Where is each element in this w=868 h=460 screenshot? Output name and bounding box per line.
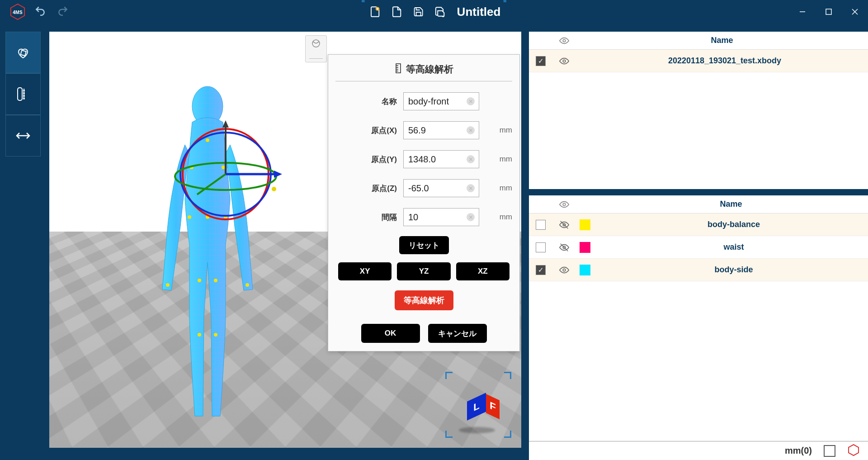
svg-point-38 <box>272 187 276 191</box>
cube-face-front[interactable]: F <box>486 394 500 419</box>
new-doc-icon[interactable] <box>368 4 383 19</box>
clear-icon[interactable]: ✕ <box>467 126 475 134</box>
plane-xy-button[interactable]: XY <box>338 262 392 280</box>
svg-rect-7 <box>21 50 26 56</box>
eye-header-icon <box>552 36 576 46</box>
tool-arrows[interactable] <box>5 115 41 156</box>
svg-line-37 <box>197 174 226 194</box>
eye-header-icon <box>552 199 576 209</box>
nav-cube[interactable]: L F <box>449 375 508 434</box>
plane-xz-button[interactable]: XZ <box>456 262 509 280</box>
checkbox[interactable] <box>536 56 546 66</box>
clear-icon[interactable]: ✕ <box>467 155 475 163</box>
color-swatch <box>580 219 590 230</box>
visibility-toggle[interactable] <box>552 56 576 66</box>
svg-point-44 <box>563 39 566 42</box>
cube-face-left[interactable]: L <box>467 393 486 421</box>
clear-icon[interactable]: ✕ <box>467 97 475 105</box>
label-origin-y: 原点(Y) <box>335 154 403 165</box>
body-list-panel: Name 20220118_193021_test.xbody <box>529 32 868 189</box>
list-item[interactable]: waist <box>529 236 868 259</box>
list-item[interactable]: body-balance <box>529 213 868 236</box>
svg-point-24 <box>198 279 201 282</box>
checkbox[interactable] <box>536 242 546 252</box>
checkbox[interactable] <box>536 265 546 275</box>
plane-yz-button[interactable]: YZ <box>397 262 450 280</box>
left-toolbar <box>5 32 41 156</box>
svg-point-27 <box>214 333 217 337</box>
svg-point-45 <box>563 60 566 62</box>
label-interval: 間隔 <box>335 212 403 223</box>
item-name: body-balance <box>594 220 868 229</box>
item-name: body-side <box>594 265 868 275</box>
svg-point-51 <box>563 269 566 271</box>
app-logo: 4MS <box>9 3 26 20</box>
clear-icon[interactable]: ✕ <box>467 184 475 192</box>
svg-rect-39 <box>396 64 401 73</box>
svg-point-26 <box>198 333 201 337</box>
svg-point-46 <box>563 203 566 206</box>
svg-marker-36 <box>274 171 282 178</box>
label-origin-z: 原点(Z) <box>335 183 403 194</box>
ok-button[interactable]: OK <box>361 324 420 343</box>
name-header: Name <box>594 199 868 209</box>
tool-heart-cube[interactable] <box>5 32 41 73</box>
analyse-button[interactable]: 等高線解析 <box>395 290 453 310</box>
unit-label: mm <box>500 213 512 222</box>
checkbox[interactable] <box>536 220 546 230</box>
viewport-toggle[interactable] <box>305 35 327 62</box>
visibility-toggle[interactable] <box>552 220 576 230</box>
svg-point-29 <box>245 283 249 287</box>
open-doc-icon[interactable] <box>389 4 405 19</box>
document-title: Untitled <box>457 5 501 19</box>
unit-label: mm <box>500 184 512 193</box>
contour-list-panel: Name body-balancewaistbody-side ランドマーク計測… <box>529 194 868 460</box>
ruler-icon <box>394 63 402 75</box>
maximize-button[interactable] <box>816 3 842 21</box>
svg-point-28 <box>166 283 170 287</box>
unit-label: mm <box>500 155 512 164</box>
color-swatch <box>580 265 590 275</box>
save-as-icon[interactable] <box>433 4 448 19</box>
list-item[interactable]: 20220118_193021_test.xbody <box>529 50 868 72</box>
reset-button[interactable]: リセット <box>399 236 449 254</box>
status-hex-icon[interactable] <box>847 444 860 458</box>
clear-icon[interactable]: ✕ <box>467 213 475 221</box>
label-origin-x: 原点(X) <box>335 125 403 136</box>
svg-rect-4 <box>826 9 831 14</box>
rotation-gizmo[interactable] <box>169 118 282 231</box>
list-item[interactable]: body-side <box>529 259 868 281</box>
item-name: 20220118_193021_test.xbody <box>576 56 868 66</box>
title-bar: 4MS Untitled <box>0 0 868 24</box>
svg-rect-8 <box>18 88 22 100</box>
contour-analysis-dialog: 等高線解析 名称 ✕ 原点(X) ✕ mm 原点(Y) ✕ mm 原点(Z) ✕… <box>328 54 520 351</box>
svg-marker-34 <box>222 120 229 128</box>
close-button[interactable] <box>842 3 868 21</box>
label-name: 名称 <box>335 96 403 107</box>
undo-icon[interactable] <box>34 5 46 19</box>
cancel-button[interactable]: キャンセル <box>428 324 487 343</box>
svg-marker-52 <box>849 445 859 455</box>
color-swatch <box>580 242 590 253</box>
tool-measure[interactable] <box>5 73 41 115</box>
visibility-toggle[interactable] <box>552 265 576 275</box>
status-bar: mm(0) <box>529 441 868 460</box>
save-icon[interactable] <box>411 4 426 19</box>
unit-label: mm <box>500 126 512 135</box>
dialog-title: 等高線解析 <box>406 63 453 76</box>
svg-point-25 <box>214 279 217 282</box>
name-header: Name <box>576 36 868 45</box>
status-box-icon[interactable] <box>824 445 835 457</box>
item-name: waist <box>594 242 868 252</box>
redo-icon[interactable] <box>57 5 69 19</box>
svg-text:4MS: 4MS <box>13 10 22 15</box>
visibility-toggle[interactable] <box>552 242 576 252</box>
minimize-button[interactable] <box>789 3 816 21</box>
mm-status: mm(0) <box>785 446 812 456</box>
